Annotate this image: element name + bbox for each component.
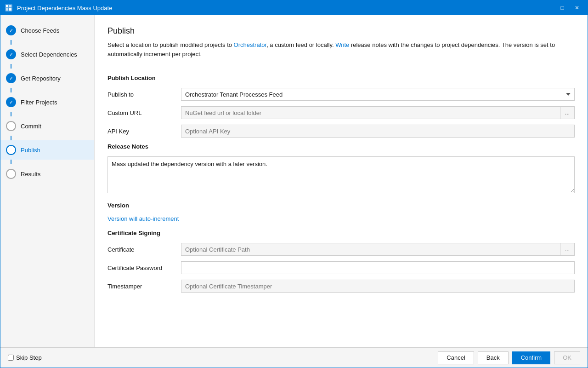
cert-password-row: Certificate Password bbox=[107, 261, 575, 274]
certificate-wrapper: ... bbox=[181, 243, 575, 256]
connector-6 bbox=[11, 160, 11, 164]
step-circle-results bbox=[6, 169, 16, 179]
custom-url-row: Custom URL ... bbox=[107, 106, 575, 119]
step-circle-filter-projects: ✓ bbox=[6, 97, 16, 107]
window-title: Project Dependencies Mass Update bbox=[17, 5, 555, 12]
sidebar-item-publish[interactable]: Publish bbox=[0, 140, 94, 160]
certificate-label: Certificate bbox=[107, 246, 181, 253]
page-title: Publish bbox=[107, 26, 575, 36]
step-label-publish: Publish bbox=[21, 147, 40, 154]
svg-rect-4 bbox=[9, 8, 11, 11]
version-title: Version bbox=[107, 202, 575, 209]
certificate-input[interactable] bbox=[181, 243, 560, 256]
step-label-filter-projects: Filter Projects bbox=[21, 99, 57, 106]
svg-rect-3 bbox=[6, 8, 8, 11]
sidebar-item-filter-projects[interactable]: ✓ Filter Projects bbox=[0, 92, 94, 112]
connector-5 bbox=[11, 136, 11, 140]
api-key-input[interactable] bbox=[181, 125, 575, 138]
sidebar-item-results[interactable]: Results bbox=[0, 164, 94, 184]
sidebar-item-get-repository[interactable]: ✓ Get Repository bbox=[0, 69, 94, 88]
sidebar-item-select-dependencies[interactable]: ✓ Select Dependencies bbox=[0, 45, 94, 64]
certificate-browse-button[interactable]: ... bbox=[560, 243, 575, 256]
maximize-button[interactable]: □ bbox=[555, 1, 569, 14]
connector-4 bbox=[11, 112, 11, 116]
app-icon bbox=[4, 3, 13, 12]
back-button[interactable]: Back bbox=[478, 351, 509, 364]
cert-password-input[interactable] bbox=[181, 261, 575, 274]
step-circle-commit bbox=[6, 121, 16, 131]
cancel-button[interactable]: Cancel bbox=[438, 351, 474, 364]
publish-to-select-wrapper: Orchestrator Tenant Processes Feed Custo… bbox=[181, 88, 575, 101]
skip-step-text: Skip Step bbox=[16, 354, 42, 361]
step-circle-publish bbox=[6, 145, 16, 155]
api-key-label: API Key bbox=[107, 128, 181, 135]
timestamper-row: Timestamper bbox=[107, 280, 575, 293]
step-circle-get-repository: ✓ bbox=[6, 73, 16, 83]
step-label-choose-feeds: Choose Feeds bbox=[21, 27, 60, 34]
svg-rect-2 bbox=[9, 5, 11, 7]
sidebar-item-commit[interactable]: Commit bbox=[0, 116, 94, 136]
publish-to-row: Publish to Orchestrator Tenant Processes… bbox=[107, 88, 575, 101]
ok-button[interactable]: OK bbox=[554, 351, 580, 364]
main-layout: ✓ Choose Feeds ✓ Select Dependencies ✓ G… bbox=[0, 15, 588, 347]
release-notes-title: Release Notes bbox=[107, 143, 575, 150]
sidebar-item-choose-feeds[interactable]: ✓ Choose Feeds bbox=[0, 21, 94, 40]
api-key-row: API Key bbox=[107, 125, 575, 138]
publish-location-title: Publish Location bbox=[107, 75, 575, 81]
custom-url-browse-button[interactable]: ... bbox=[560, 106, 575, 119]
step-circle-choose-feeds: ✓ bbox=[6, 25, 16, 35]
publish-to-select[interactable]: Orchestrator Tenant Processes Feed Custo… bbox=[181, 88, 575, 101]
divider-1 bbox=[107, 66, 575, 66]
custom-url-label: Custom URL bbox=[107, 109, 181, 116]
cert-password-label: Certificate Password bbox=[107, 264, 181, 271]
step-label-results: Results bbox=[21, 171, 40, 178]
footer-left: Skip Step bbox=[8, 354, 434, 361]
skip-step-label[interactable]: Skip Step bbox=[8, 354, 42, 361]
timestamper-label: Timestamper bbox=[107, 283, 181, 290]
release-notes-textarea[interactable]: Mass updated the dependency version with… bbox=[107, 156, 575, 193]
svg-rect-1 bbox=[6, 5, 8, 7]
connector-2 bbox=[11, 64, 11, 69]
page-description: Select a location to publish modified pr… bbox=[107, 40, 575, 58]
connector-3 bbox=[11, 88, 11, 92]
connector-1 bbox=[11, 40, 11, 45]
skip-step-checkbox[interactable] bbox=[8, 355, 14, 361]
confirm-button[interactable]: Confirm bbox=[512, 351, 551, 364]
custom-url-input[interactable] bbox=[181, 106, 560, 119]
custom-url-wrapper: ... bbox=[181, 106, 575, 119]
version-auto-increment-text: Version will auto-increment bbox=[107, 215, 575, 222]
titlebar: Project Dependencies Mass Update □ ✕ bbox=[0, 0, 588, 15]
close-button[interactable]: ✕ bbox=[570, 1, 584, 14]
content-area: Publish Select a location to publish mod… bbox=[95, 15, 588, 347]
step-label-get-repository: Get Repository bbox=[21, 75, 61, 82]
timestamper-input[interactable] bbox=[181, 280, 575, 293]
main-window: Project Dependencies Mass Update □ ✕ ✓ C… bbox=[0, 0, 588, 368]
footer: Skip Step Cancel Back Confirm OK bbox=[0, 347, 588, 368]
step-circle-select-dependencies: ✓ bbox=[6, 49, 16, 59]
certificate-signing-title: Certificate Signing bbox=[107, 230, 575, 236]
sidebar: ✓ Choose Feeds ✓ Select Dependencies ✓ G… bbox=[0, 15, 95, 347]
publish-to-label: Publish to bbox=[107, 91, 181, 98]
step-label-commit: Commit bbox=[21, 123, 41, 130]
window-controls: □ ✕ bbox=[555, 1, 584, 14]
certificate-row: Certificate ... bbox=[107, 243, 575, 256]
step-label-select-dependencies: Select Dependencies bbox=[21, 51, 77, 58]
